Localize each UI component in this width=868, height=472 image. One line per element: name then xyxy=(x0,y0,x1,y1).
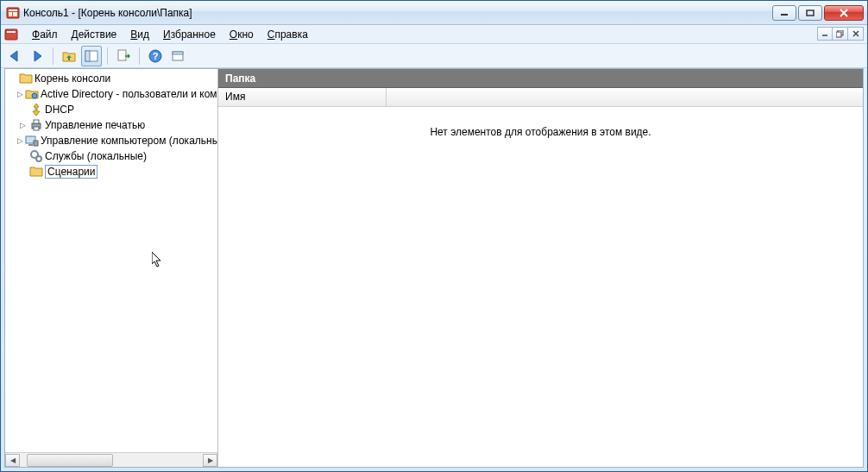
svg-text:?: ? xyxy=(153,51,159,61)
tree-item-dhcp[interactable]: DHCP xyxy=(5,102,217,117)
mdi-controls xyxy=(817,27,864,41)
mdi-restore-button[interactable] xyxy=(833,27,848,41)
svg-rect-9 xyxy=(7,31,16,33)
tree-item-ad[interactable]: ▷ Active Directory - пользователи и комп… xyxy=(5,86,217,102)
export-list-button[interactable] xyxy=(113,46,134,66)
content-header: Папка xyxy=(218,69,863,88)
svg-rect-28 xyxy=(34,141,38,146)
content-body: Нет элементов для отображения в этом вид… xyxy=(218,107,863,467)
up-folder-button[interactable] xyxy=(59,46,79,66)
svg-rect-25 xyxy=(34,127,39,130)
new-window-button[interactable] xyxy=(167,46,188,66)
tree-hscrollbar[interactable]: ◀ ▶ xyxy=(5,452,217,467)
tree-body: Корень консоли ▷ Active Directory - поль… xyxy=(5,69,217,452)
scroll-left-button[interactable]: ◀ xyxy=(5,454,20,467)
tree-pane: Корень консоли ▷ Active Directory - поль… xyxy=(5,69,218,467)
scroll-track[interactable] xyxy=(20,454,203,467)
svg-rect-5 xyxy=(807,10,814,16)
toolbar-separator xyxy=(107,47,108,65)
titlebar: Консоль1 - [Корень консоли\Папка] xyxy=(1,1,867,25)
minimize-button[interactable] xyxy=(772,5,796,21)
expander-spacer xyxy=(17,104,28,115)
svg-point-22 xyxy=(32,93,37,98)
dhcp-icon xyxy=(29,103,43,116)
expander-icon[interactable]: ▷ xyxy=(17,135,23,146)
column-header-row: Имя xyxy=(218,88,863,107)
content-title: Папка xyxy=(225,72,255,85)
menu-help[interactable]: Справка xyxy=(261,27,315,42)
svg-rect-24 xyxy=(34,120,39,123)
back-button[interactable] xyxy=(4,46,25,66)
svg-point-30 xyxy=(36,156,41,161)
close-button[interactable] xyxy=(824,5,864,21)
tree-item-label: Службы (локальные) xyxy=(45,150,147,162)
window-controls xyxy=(772,5,864,21)
expander-spacer xyxy=(17,151,28,161)
menu-window[interactable]: Окно xyxy=(223,27,261,42)
tree-item-label: Управление компьютером (локальным) xyxy=(41,135,217,147)
svg-rect-12 xyxy=(836,32,841,37)
tree-item-label-editing[interactable]: Сценарии xyxy=(45,165,97,179)
column-header-name[interactable]: Имя xyxy=(218,88,387,106)
menu-file[interactable]: Файл xyxy=(25,27,65,42)
content-pane: Папка Имя Нет элементов для отображения … xyxy=(218,69,863,467)
forward-button[interactable] xyxy=(27,46,47,66)
mdi-app-icon xyxy=(4,28,18,41)
menu-favorites[interactable]: Избранное xyxy=(156,27,223,42)
tree-item-services[interactable]: Службы (локальные) xyxy=(5,148,217,164)
client-area: Корень консоли ▷ Active Directory - поль… xyxy=(4,68,864,468)
scroll-thumb[interactable] xyxy=(27,454,113,467)
svg-rect-3 xyxy=(13,12,17,16)
expander-icon[interactable]: ▷ xyxy=(17,89,23,99)
scroll-right-button[interactable]: ▶ xyxy=(203,454,217,467)
tree-root-label: Корень консоли xyxy=(35,72,110,85)
svg-rect-17 xyxy=(118,50,126,60)
app-window: Консоль1 - [Корень консоли\Папка] Файл Д… xyxy=(0,0,868,472)
tree-item-label: DHCP xyxy=(45,104,74,116)
folder-icon xyxy=(19,72,33,85)
expander-icon[interactable] xyxy=(7,73,17,84)
show-tree-button[interactable] xyxy=(81,46,102,66)
svg-rect-2 xyxy=(9,12,12,16)
tree-item-label: Управление печатью xyxy=(45,119,145,131)
tree-root[interactable]: Корень консоли xyxy=(5,71,217,86)
toolbar-separator xyxy=(53,47,53,65)
svg-rect-1 xyxy=(9,9,17,11)
maximize-button[interactable] xyxy=(798,5,822,21)
ad-users-icon xyxy=(25,87,39,101)
svg-rect-21 xyxy=(173,52,183,54)
svg-rect-8 xyxy=(5,29,17,40)
column-header-empty[interactable] xyxy=(387,88,863,106)
svg-rect-27 xyxy=(28,144,33,146)
toolbar: ? xyxy=(1,44,867,68)
print-mgmt-icon xyxy=(29,118,43,132)
folder-icon xyxy=(29,165,43,179)
toolbar-separator xyxy=(139,47,140,65)
menu-action[interactable]: Действие xyxy=(65,27,124,42)
help-button[interactable]: ? xyxy=(145,46,166,66)
menu-bar: Файл Действие Вид Избранное Окно Справка xyxy=(1,25,867,44)
app-icon xyxy=(6,6,20,20)
computer-mgmt-icon xyxy=(25,134,39,148)
svg-rect-16 xyxy=(85,51,90,61)
tree-item-compmgmt[interactable]: ▷ Управление компьютером (локальным) xyxy=(5,133,217,148)
mdi-close-button[interactable] xyxy=(848,27,864,41)
tree-item-label: Active Directory - пользователи и компью… xyxy=(41,88,217,100)
services-icon xyxy=(29,149,43,163)
mdi-minimize-button[interactable] xyxy=(817,27,833,41)
menu-view[interactable]: Вид xyxy=(123,27,156,42)
tree-item-scripts[interactable]: Сценарии xyxy=(5,164,217,179)
expander-spacer xyxy=(17,167,28,177)
window-title: Консоль1 - [Корень консоли\Папка] xyxy=(23,7,192,19)
expander-icon[interactable]: ▷ xyxy=(17,120,28,130)
empty-message: Нет элементов для отображения в этом вид… xyxy=(430,126,651,467)
tree-item-print[interactable]: ▷ Управление печатью xyxy=(5,117,217,133)
